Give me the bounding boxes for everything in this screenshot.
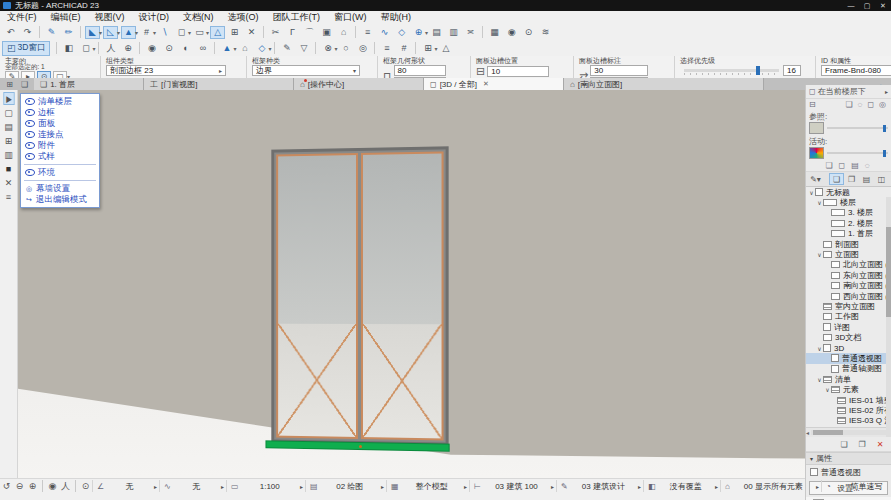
chevron-right-icon[interactable]: ▸ — [885, 88, 888, 95]
open-folder-icon[interactable]: ❐ — [856, 439, 868, 449]
tab-action-center[interactable]: ⌂ [操作中心] — [294, 78, 424, 90]
active-opacity-slider[interactable] — [827, 152, 888, 154]
door-leaf-right[interactable] — [360, 151, 443, 440]
scheme-tool[interactable]: ▤ — [2, 120, 16, 133]
component-type-select[interactable]: 剖面边框 23▸ — [106, 65, 226, 76]
id-input[interactable]: Frame-Bnd-080 — [821, 65, 891, 76]
tree-item-interior-elevations[interactable]: 室内立面图 — [806, 301, 891, 311]
maximize-button[interactable]: ▢ — [859, 0, 875, 11]
tree-item-story2[interactable]: 2. 楼层 — [806, 218, 891, 228]
shadow-icon[interactable]: ◐ — [178, 42, 193, 55]
trace-switch-icon[interactable]: ⊟ — [809, 100, 816, 109]
preview-eye-icon[interactable]: ◉ — [46, 480, 59, 492]
redo-icon[interactable]: ↷ — [20, 26, 35, 39]
picture-icon[interactable]: ▣ — [319, 26, 334, 39]
menu-design[interactable]: 设计(D) — [132, 11, 177, 24]
tree-item-ies02[interactable]: IES-02 所有的门 — [806, 405, 891, 415]
trace-rotate-icon[interactable]: ◻ — [867, 100, 874, 109]
quick-option-scale[interactable]: ▭1:100▸ — [226, 480, 305, 492]
publisher-tab[interactable]: ◫ — [874, 173, 889, 185]
accessory-tool[interactable]: ✕ — [2, 176, 16, 189]
tree-horizontal-scrollbar[interactable]: ◂ ▸ — [806, 427, 891, 437]
trace-more-icon[interactable]: ◎ — [879, 100, 886, 109]
delete-icon[interactable]: ✕ — [244, 26, 259, 39]
tab-overview-icon[interactable]: ⊞ — [3, 79, 16, 90]
more-tools[interactable]: ≡ — [2, 190, 16, 203]
scroll-left-icon[interactable]: ◂ — [806, 429, 809, 436]
door-leaf-left[interactable] — [276, 153, 357, 439]
hotspot-marker[interactable] — [359, 445, 362, 448]
curtain-wall-door[interactable] — [271, 146, 448, 451]
angle-tool-icon[interactable]: ◺ — [103, 26, 118, 39]
panel-inset-input[interactable]: 10 — [487, 66, 549, 77]
display-item-junction[interactable]: 连接点 — [21, 129, 99, 140]
menu-options[interactable]: 选项(O) — [221, 11, 266, 24]
menu-edit[interactable]: 编辑(E) — [44, 11, 88, 24]
explore-icon[interactable]: ⊕ — [120, 42, 135, 55]
layout-book-tab[interactable]: ▤ — [859, 173, 874, 185]
display-item-environment[interactable]: 环境 — [21, 167, 99, 178]
title-bar[interactable]: 无标题 - ARCHICAD 23 — ▢ ✕ — [0, 0, 891, 11]
eye-icon[interactable] — [25, 153, 35, 160]
menu-help[interactable]: 帮助(H) — [374, 11, 419, 24]
equal-icon[interactable]: ≍ — [463, 26, 478, 39]
tab-door-view[interactable]: 工 [门窗视图] — [144, 78, 294, 90]
arc-icon[interactable]: ⌒ — [302, 26, 317, 39]
pan-icon[interactable]: ↺ — [0, 480, 13, 492]
triangle-icon[interactable]: △ — [438, 42, 453, 55]
tree-item-axonometry[interactable]: 普通轴测图 — [806, 364, 891, 374]
tree-item-root[interactable]: ∨无标题 — [806, 187, 891, 197]
fill-icon[interactable]: △ — [210, 26, 225, 39]
sun-icon[interactable]: ⊙ — [161, 42, 176, 55]
align-icon[interactable]: ≡ — [360, 26, 375, 39]
eye-icon[interactable] — [25, 109, 35, 116]
display-item-pattern[interactable]: 式样 — [21, 151, 99, 162]
trace-opt3-icon[interactable]: ▤ — [851, 161, 859, 170]
tree-item-schedules[interactable]: ∨清单 — [806, 374, 891, 384]
marquee-icon[interactable]: ◻ — [174, 26, 189, 39]
tree-item-east-elevation[interactable]: 东向立面图 (自动重建) — [806, 270, 891, 280]
door-frame[interactable] — [271, 146, 448, 445]
tab-3d-all[interactable]: ◻ [3D / 全部] ✕ — [424, 78, 564, 90]
layers-icon[interactable]: ▤ — [429, 26, 444, 39]
display-item-panel[interactable]: 面板 — [21, 118, 99, 129]
priority-value-input[interactable]: 16 — [783, 65, 801, 76]
3d-viewport[interactable]: 清单楼层 边框 面板 连接点 附件 式样 环境 ◎幕墙设置 ↪退出编辑模式 — [18, 90, 805, 478]
eye-icon[interactable] — [25, 98, 35, 105]
trace-opt1-icon[interactable]: ❏ — [825, 161, 832, 170]
corner-icon[interactable]: Γ — [285, 26, 300, 39]
orbit-icon[interactable]: ◧ — [61, 42, 76, 55]
display-item-scheme[interactable]: 清单楼层 — [21, 96, 99, 107]
panel-gap-1-input[interactable]: 30 — [590, 65, 648, 76]
new-tab-icon[interactable]: ❏ — [18, 79, 31, 90]
menu-document[interactable]: 文档(N) — [176, 11, 221, 24]
junction-tool[interactable]: ■ — [2, 162, 16, 175]
eye-icon[interactable] — [25, 169, 35, 176]
schedule-icon[interactable]: ▦ — [487, 26, 502, 39]
camera-icon[interactable]: ▲ — [219, 42, 234, 55]
reference-color-swatch[interactable] — [809, 122, 824, 134]
view-map-tab[interactable]: ❐ — [844, 173, 859, 185]
quick-option-pen-set[interactable]: ✎03 建筑设计▸ — [556, 480, 643, 492]
mesh-icon[interactable]: ≋ — [538, 26, 553, 39]
zoom-out-icon[interactable]: ⊖ — [13, 480, 26, 492]
quick-option-renovation-filter[interactable]: ⌂00 显示所有元素▸ — [720, 480, 821, 492]
properties-header[interactable]: ▾ 属性 — [806, 452, 891, 465]
menu-view[interactable]: 视图(V) — [88, 11, 132, 24]
walk-icon[interactable]: 人 — [103, 42, 118, 55]
reference-opacity-slider[interactable] — [827, 127, 888, 129]
add-icon[interactable]: ⊕ — [411, 26, 426, 39]
hatch-icon[interactable]: ▥ — [446, 26, 461, 39]
hash-icon[interactable]: # — [396, 42, 411, 55]
tab-close-icon[interactable]: ✕ — [483, 80, 489, 88]
door-panel-lower-left[interactable] — [278, 324, 355, 437]
tree-vertical-scrollbar[interactable] — [886, 197, 891, 437]
tree-item-south-elevation[interactable]: 南向立面图 (自动重建) — [806, 281, 891, 291]
menu-window[interactable]: 窗口(W) — [327, 11, 374, 24]
project-map-tab[interactable]: ❏ — [829, 173, 844, 185]
pencil-icon[interactable]: ✏ — [61, 26, 76, 39]
active-color-swatch[interactable] — [809, 147, 824, 159]
trim-icon[interactable]: ✂ — [268, 26, 283, 39]
tree-item-3d-documents[interactable]: 3D文档 — [806, 332, 891, 342]
3d-window-button[interactable]: ◰ 3D窗口 — [2, 41, 50, 56]
